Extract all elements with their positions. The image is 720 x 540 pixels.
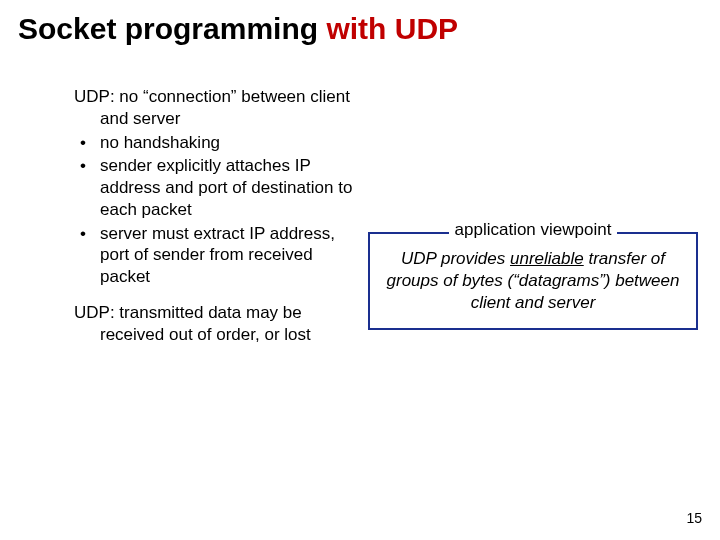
note-rest: transmitted data may be received out of … [100, 303, 311, 344]
page-number: 15 [686, 510, 702, 526]
note-paragraph: UDP: transmitted data may be received ou… [74, 302, 364, 346]
intro-rest: no “connection” between client and serve… [100, 87, 350, 128]
title-part-black: Socket programming [18, 12, 326, 45]
left-column: UDP: no “connection” between client and … [74, 86, 364, 345]
viewpoint-box-wrap: application viewpoint UDP provides unrel… [368, 232, 698, 330]
slide: Socket programming with UDP UDP: no “con… [0, 0, 720, 540]
viewpoint-box: UDP provides unreliable transfer of grou… [368, 232, 698, 330]
box-legend: application viewpoint [368, 220, 698, 240]
title-part-red: with UDP [326, 12, 458, 45]
bullet-text: server must extract IP address, port of … [100, 224, 335, 287]
intro-paragraph: UDP: no “connection” between client and … [74, 86, 364, 130]
list-item: server must extract IP address, port of … [74, 223, 364, 288]
box-text-pre: UDP provides [401, 249, 510, 268]
list-item: sender explicitly attaches IP address an… [74, 155, 364, 220]
bullet-list: no handshaking sender explicitly attache… [74, 132, 364, 288]
list-item: no handshaking [74, 132, 364, 154]
slide-title: Socket programming with UDP [18, 12, 458, 45]
intro-lead: UDP: [74, 87, 115, 106]
note-lead: UDP: [74, 303, 115, 322]
box-text-underlined: unreliable [510, 249, 584, 268]
bullet-text: no handshaking [100, 133, 220, 152]
box-legend-text: application viewpoint [449, 220, 618, 239]
bullet-text: sender explicitly attaches IP address an… [100, 156, 352, 219]
